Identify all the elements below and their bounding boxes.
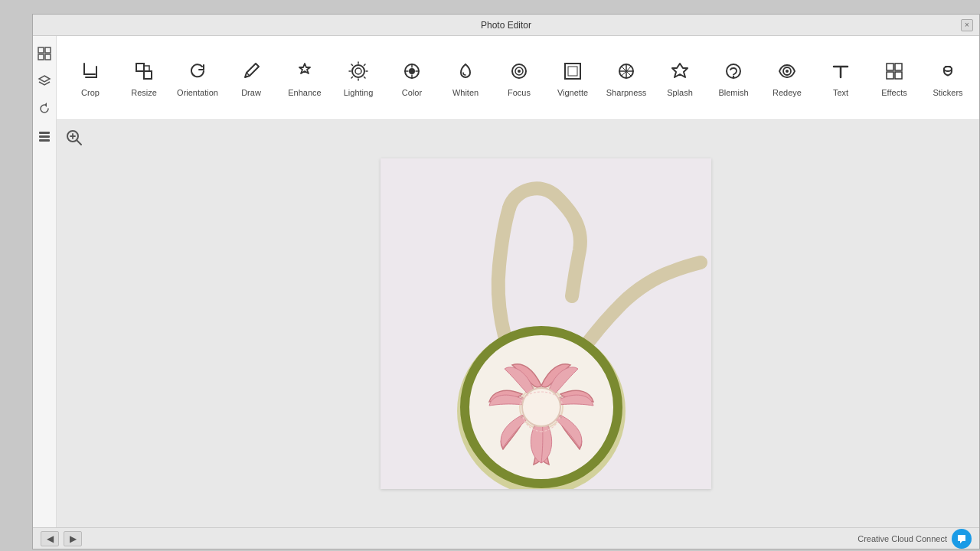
svg-point-10 [355,68,361,74]
effects-icon [884,60,905,85]
crop-icon [80,60,101,85]
svg-rect-26 [895,72,902,79]
stickers-label: Stickers [933,88,962,97]
focus-icon [508,60,530,85]
redeye-label: Redeye [773,88,802,97]
sidebar-layers-icon[interactable] [33,70,56,93]
tool-orientation[interactable]: Orientation [172,44,224,112]
photo-editor-window: Photo Editor × [32,14,980,549]
svg-rect-25 [887,72,893,79]
color-icon [401,60,423,85]
svg-rect-28 [945,66,951,67]
svg-rect-16 [565,64,580,79]
tool-crop[interactable]: Crop [64,44,116,112]
enhance-icon [294,60,315,85]
svg-point-22 [786,70,789,73]
tool-color[interactable]: Color [386,44,438,112]
svg-point-12 [409,68,415,74]
tool-whiten[interactable]: Whiten [439,44,492,112]
svg-rect-24 [895,64,902,70]
orientation-icon [187,60,208,85]
window-title: Photo Editor [481,20,531,31]
text-icon [830,60,851,85]
svg-rect-0 [38,47,44,53]
tool-resize[interactable]: Resize [118,44,170,112]
svg-point-15 [518,70,521,73]
draw-icon [240,60,262,85]
svg-rect-4 [39,132,50,134]
canvas-area [57,120,979,527]
splash-label: Splash [667,88,693,97]
svg-point-47 [522,388,560,426]
lighting-icon [348,60,369,85]
redeye-icon [776,60,798,85]
vignette-label: Vignette [557,88,588,97]
tool-vignette[interactable]: Vignette [547,44,599,112]
tool-splash[interactable]: Splash [654,44,706,112]
whiten-icon [455,60,476,85]
tool-draw[interactable]: Draw [225,44,277,112]
bottom-right-area: Creative Cloud Connect [858,529,972,549]
blemish-label: Blemish [718,88,748,97]
vignette-icon [562,60,583,85]
svg-rect-8 [144,71,152,79]
draw-label: Draw [241,88,261,97]
main-area: Crop Resize [33,36,979,527]
sharpness-label: Sharpness [606,88,647,97]
crop-label: Crop [81,88,100,97]
whiten-label: Whiten [452,88,479,97]
sidebar-stack-icon[interactable] [33,125,56,148]
stickers-icon [937,60,959,85]
orientation-label: Orientation [177,88,218,97]
chat-bubble-button[interactable] [952,529,972,549]
center-content: Crop Resize [57,36,979,527]
svg-rect-7 [136,64,144,71]
back-button[interactable]: ◀ [41,531,59,546]
title-bar: Photo Editor × [33,15,979,36]
cc-connect-text: Creative Cloud Connect [858,534,947,543]
tool-text[interactable]: Text [815,44,867,112]
tool-meme[interactable]: Meme [975,44,979,112]
svg-rect-5 [39,135,50,138]
text-label: Text [833,88,848,97]
left-sidebar [33,36,57,527]
svg-rect-3 [45,54,51,60]
tool-stickers[interactable]: Stickers [922,44,974,112]
sharpness-icon [616,60,637,85]
svg-rect-1 [45,47,51,53]
svg-point-20 [733,75,734,77]
svg-rect-23 [887,64,893,70]
close-button[interactable]: × [961,19,973,31]
svg-rect-17 [568,67,577,76]
tool-effects[interactable]: Effects [868,44,920,112]
color-label: Color [402,88,422,97]
tool-enhance[interactable]: Enhance [279,44,331,112]
tool-redeye[interactable]: Redeye [761,44,813,112]
photo-image [381,158,711,489]
sidebar-refresh-icon[interactable] [33,97,56,120]
tool-focus[interactable]: Focus [493,44,545,112]
svg-rect-6 [39,139,50,142]
tool-sharpness[interactable]: Sharpness [600,44,652,112]
forward-button[interactable]: ▶ [64,531,82,546]
zoom-icon[interactable] [66,129,83,150]
enhance-label: Enhance [288,88,321,97]
tool-lighting[interactable]: Lighting [332,44,384,112]
splash-icon [669,60,691,85]
blemish-icon [723,60,744,85]
effects-label: Effects [881,88,906,97]
resize-label: Resize [131,88,157,97]
svg-rect-2 [38,54,44,60]
resize-icon [133,60,155,85]
toolbar: Crop Resize [57,36,979,120]
svg-point-9 [352,65,364,77]
tool-blemish[interactable]: Blemish [707,44,760,112]
lighting-label: Lighting [344,88,374,97]
sidebar-grid-icon[interactable] [33,42,56,65]
focus-label: Focus [508,88,531,97]
bottom-bar: ◀ ▶ Creative Cloud Connect [33,527,979,549]
